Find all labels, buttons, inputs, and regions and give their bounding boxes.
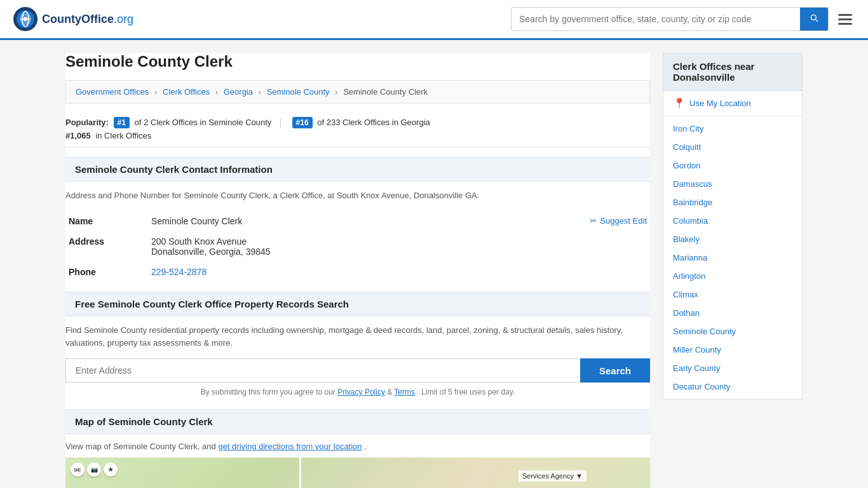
privacy-policy-link[interactable]: Privacy Policy — [337, 388, 385, 396]
sidebar-link-iron-city[interactable]: Iron City — [673, 124, 703, 133]
contact-info-table: Name Seminole County Clerk ✂ Suggest Edi… — [65, 211, 650, 282]
page-title: Seminole County Clerk — [65, 53, 650, 71]
form-disclaimer: By submitting this form you agree to our… — [65, 388, 650, 396]
sidebar-item-miller-county: Miller County — [663, 341, 802, 359]
use-my-location-link[interactable]: Use My Location — [689, 98, 751, 108]
sidebar-item-blakely: Blakely — [663, 230, 802, 248]
breadcrumb-link-clerk[interactable]: Clerk Offices — [163, 87, 210, 97]
global-search-bar — [511, 7, 829, 31]
map-logo-star: ★ — [104, 463, 118, 477]
breadcrumb-link-georgia[interactable]: Georgia — [224, 87, 253, 97]
main-content: Seminole County Clerk Government Offices… — [65, 53, 650, 488]
sidebar-item-damascus: Damascus — [663, 175, 802, 193]
breadcrumb-link-seminole[interactable]: Seminole County — [267, 87, 330, 97]
sidebar-list: Iron City Colquitt Gordon Damascus Bainb… — [663, 116, 802, 399]
logo[interactable]: ★ CountyOffice.org — [13, 6, 133, 32]
map-image: uc 📷 ★ Services Agency ▼ 📍 Donalsonville… — [65, 458, 650, 488]
property-desc: Find Seminole County residential propert… — [65, 324, 650, 349]
logo-text: CountyOffice.org — [42, 13, 133, 26]
sidebar-box: Clerk Offices nearDonalsonville 📍 Use My… — [663, 53, 803, 400]
sidebar-link-arlington[interactable]: Arlington — [673, 271, 705, 281]
hamburger-line — [838, 18, 852, 20]
sidebar-link-columbia[interactable]: Columbia — [673, 216, 708, 226]
breadcrumb: Government Offices › Clerk Offices › Geo… — [65, 80, 650, 104]
sidebar-link-gordon[interactable]: Gordon — [673, 161, 700, 170]
phone-value: 229-524-2878 — [148, 262, 482, 282]
sidebar-item-columbia: Columbia — [663, 212, 802, 230]
phone-label: Phone — [65, 262, 148, 282]
sidebar-link-decatur-county[interactable]: Decatur County — [673, 382, 730, 391]
address-line1: 200 South Knox Avenue — [151, 236, 478, 247]
sidebar-item-iron-city: Iron City — [663, 119, 802, 138]
suggest-edit-cell: ✂ Suggest Edit — [482, 211, 650, 282]
hamburger-line — [838, 14, 852, 16]
name-label: Name — [65, 211, 148, 231]
sidebar-item-seminole-county: Seminole County — [663, 322, 802, 341]
name-value: Seminole County Clerk — [148, 211, 482, 231]
sidebar-item-early-county: Early County — [663, 359, 802, 377]
edit-icon: ✂ — [590, 216, 597, 226]
sidebar-link-marianna[interactable]: Marianna — [673, 253, 707, 262]
sidebar-title: Clerk Offices nearDonalsonville — [663, 53, 802, 91]
sidebar-item-arlington: Arlington — [663, 267, 802, 285]
popularity-bar: Popularity: #1 of 2 Clerk Offices in Sem… — [65, 111, 650, 147]
sidebar-link-damascus[interactable]: Damascus — [673, 179, 712, 189]
sidebar-link-colquitt[interactable]: Colquitt — [673, 142, 701, 152]
address-line2: Donalsonville, Georgia, 39845 — [151, 247, 478, 257]
directions-link[interactable]: get driving directions from your locatio… — [218, 442, 362, 451]
property-search-button[interactable]: Search — [580, 358, 650, 383]
rank2-desc: of 233 Clerk Offices in Georgia — [317, 118, 430, 127]
sidebar-item-climax: Climax — [663, 285, 802, 304]
sidebar-link-bainbridge[interactable]: Bainbridge — [673, 198, 712, 207]
sidebar-location[interactable]: 📍 Use My Location — [663, 91, 802, 116]
map-placeholder[interactable]: uc 📷 ★ Services Agency ▼ 📍 Donalsonville… — [65, 458, 650, 488]
global-search-button[interactable] — [800, 8, 828, 30]
location-pin-icon: 📍 — [673, 97, 686, 109]
contact-section-header: Seminole County Clerk Contact Informatio… — [65, 157, 650, 182]
hamburger-line — [838, 23, 852, 25]
search-icon — [809, 13, 819, 23]
terms-link[interactable]: Terms — [394, 388, 415, 396]
sidebar-item-bainbridge: Bainbridge — [663, 193, 802, 212]
logo-icon: ★ — [13, 6, 38, 32]
main-container: Seminole County Clerk Government Offices… — [53, 53, 815, 488]
map-road-vertical — [299, 458, 301, 488]
map-logo-uc: uc — [71, 463, 85, 477]
breadcrumb-current: Seminole County Clerk — [343, 87, 428, 97]
sidebar-item-dothan: Dothan — [663, 304, 802, 322]
breadcrumb-link-gov[interactable]: Government Offices — [76, 87, 149, 97]
sidebar-link-dothan[interactable]: Dothan — [673, 308, 700, 318]
map-services-label: Services Agency ▼ — [519, 470, 587, 482]
rank3-value: #1,065 — [65, 131, 91, 140]
property-search-section: Free Seminole County Clerk Office Proper… — [65, 292, 650, 396]
svg-point-4 — [24, 17, 27, 21]
hamburger-menu-button[interactable] — [835, 11, 855, 28]
map-logo-camera: 📷 — [87, 463, 101, 477]
rank1-badge: #1 — [114, 117, 130, 128]
sidebar-link-early-county[interactable]: Early County — [673, 363, 720, 373]
map-section-header: Map of Seminole County Clerk — [65, 409, 650, 434]
address-label: Address — [65, 231, 148, 262]
sidebar-item-marianna: Marianna — [663, 248, 802, 267]
property-section-header: Free Seminole County Clerk Office Proper… — [65, 292, 650, 316]
map-desc: View map of Seminole County Clerk, and g… — [65, 442, 650, 451]
sidebar-link-blakely[interactable]: Blakely — [673, 234, 700, 244]
rank3-desc: in Clerk Offices — [95, 131, 151, 140]
rank2-badge: #16 — [292, 117, 313, 128]
site-header: ★ CountyOffice.org — [0, 0, 868, 40]
global-search-input[interactable] — [512, 9, 800, 29]
address-value: 200 South Knox Avenue Donalsonville, Geo… — [148, 231, 482, 262]
sidebar-link-climax[interactable]: Climax — [673, 290, 698, 299]
sidebar-link-seminole-county[interactable]: Seminole County — [673, 327, 736, 336]
suggest-edit-link[interactable]: ✂ Suggest Edit — [485, 216, 647, 226]
sidebar-item-gordon: Gordon — [663, 156, 802, 175]
map-logo-strip: uc 📷 ★ — [71, 463, 118, 477]
address-input[interactable] — [65, 358, 580, 383]
address-form: Search — [65, 358, 650, 383]
sidebar-item-colquitt: Colquitt — [663, 138, 802, 156]
table-row-name: Name Seminole County Clerk ✂ Suggest Edi… — [65, 211, 650, 231]
phone-link[interactable]: 229-524-2878 — [151, 267, 207, 277]
sidebar-link-miller-county[interactable]: Miller County — [673, 345, 721, 355]
header-search-area — [511, 7, 855, 31]
map-section: Map of Seminole County Clerk View map of… — [65, 409, 650, 488]
